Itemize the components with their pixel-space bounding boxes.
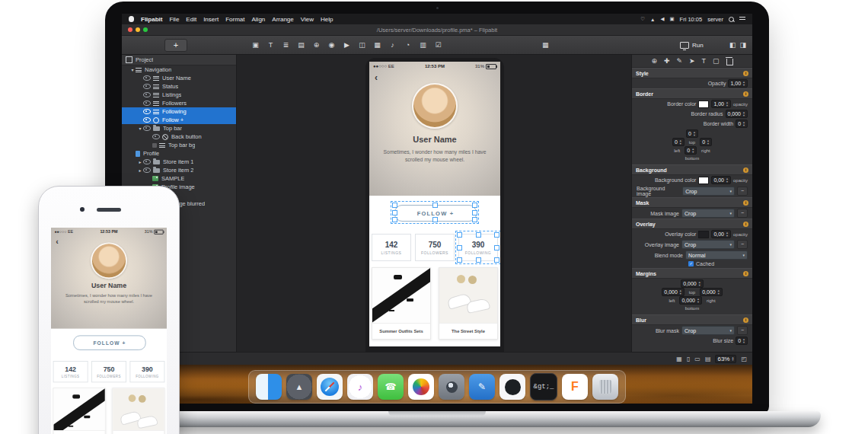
notification-center-icon[interactable] (739, 17, 745, 21)
menu-format[interactable]: Format (225, 16, 244, 23)
info-icon[interactable] (743, 318, 748, 323)
background-image-select[interactable]: Crop (682, 187, 735, 196)
edit-tool-icon[interactable]: ✎ (676, 57, 682, 65)
editor-icon[interactable]: ✎ (469, 374, 495, 400)
resize-handle[interactable] (476, 257, 481, 263)
resize-handle[interactable] (432, 217, 438, 222)
checkbox-widget-icon[interactable]: ☑ (434, 41, 442, 49)
border-radius-input[interactable]: 0,000 (726, 110, 748, 118)
grid-icon[interactable]: ▦ (542, 41, 549, 49)
layer-row[interactable]: Back button (122, 132, 236, 141)
layer-row[interactable]: Top bar bg (122, 141, 236, 149)
product-card[interactable]: The Street Style (439, 267, 498, 340)
safari-icon[interactable] (317, 374, 343, 400)
back-chevron-icon[interactable]: ‹ (56, 238, 59, 245)
layer-row-profile-page[interactable]: Profile (122, 149, 236, 158)
overlay-color-swatch[interactable] (698, 231, 709, 238)
stat-listings[interactable]: 142 LISTINGS (372, 234, 411, 261)
overlay-opacity-input[interactable]: 0,00 (711, 230, 731, 238)
layer-row-selected-following[interactable]: Following (122, 107, 236, 116)
expand-icon[interactable] (137, 159, 143, 164)
resize-handle[interactable] (476, 232, 481, 238)
music-icon[interactable]: ♪ (347, 374, 373, 400)
eye-icon[interactable] (143, 75, 151, 81)
resize-handle[interactable] (457, 257, 462, 263)
menu-insert[interactable]: Insert (203, 16, 219, 23)
collapse-icon[interactable] (129, 67, 136, 72)
product-card[interactable]: The Street Style (112, 388, 164, 434)
border-width-input[interactable]: 0 (736, 120, 748, 128)
eye-icon[interactable] (152, 134, 160, 139)
product-card[interactable]: Summer Outfits Sets (53, 388, 106, 434)
follow-button-widget[interactable]: FOLLOW + (394, 205, 475, 220)
bio-text[interactable]: Sometimes, I wonder how many miles I hav… (378, 148, 491, 163)
border-color-swatch[interactable] (698, 101, 709, 108)
stat-listings[interactable]: 142 LISTINGS (53, 361, 88, 382)
clear-overlay-image-button[interactable] (737, 240, 748, 249)
select-tool-icon[interactable]: ➤ (689, 57, 695, 65)
resize-handle[interactable] (392, 203, 397, 208)
trash-tool-icon[interactable] (726, 59, 733, 65)
avatar[interactable] (412, 83, 458, 129)
minimize-window-button[interactable] (136, 27, 140, 32)
layer-row-project[interactable]: Project (122, 55, 236, 65)
eye-icon[interactable] (143, 159, 151, 164)
blend-mode-select[interactable]: Normal (685, 251, 748, 260)
toggle-right-panel-icon[interactable]: ◨ (739, 41, 746, 49)
resize-handle[interactable] (457, 245, 462, 251)
follow-button-widget[interactable]: FOLLOW + (73, 335, 145, 349)
resize-handle[interactable] (472, 210, 477, 215)
margin-right-input[interactable]: 0,000 (700, 288, 723, 296)
opacity-input[interactable]: 1,00 (728, 79, 748, 88)
collapse-icon[interactable] (137, 126, 143, 131)
layer-row-group[interactable]: Store item 1 (122, 158, 236, 166)
menubar-user[interactable]: server (707, 16, 723, 23)
design-canvas[interactable]: ●●○○○ EE 12:53 PM 31% ‹ User Name Someti… (237, 55, 631, 352)
menubar-clock[interactable]: Fri 10:05 (680, 16, 703, 23)
phone-view-icon[interactable]: ▯ (687, 356, 690, 362)
close-window-button[interactable] (128, 27, 132, 32)
layer-row-group[interactable]: Top bar (122, 124, 236, 132)
eye-icon[interactable] (143, 126, 151, 131)
launchpad-icon[interactable]: ▲ (286, 374, 312, 400)
pages-icon[interactable]: ▤ (705, 356, 711, 362)
border-left-input[interactable]: 0 (672, 138, 685, 146)
back-chevron-icon[interactable]: ‹ (375, 74, 378, 81)
layer-row[interactable]: Listings (122, 91, 236, 99)
section-header-overlay[interactable]: Overlay (632, 219, 752, 229)
origin-tool-icon[interactable]: ⊕ (651, 57, 657, 65)
info-icon[interactable] (743, 222, 748, 227)
stat-followers[interactable]: 750 FOLLOWERS (91, 361, 126, 382)
eye-icon[interactable] (143, 117, 151, 123)
mask-image-select[interactable]: Crop (681, 209, 735, 218)
section-header-background[interactable]: Background (632, 164, 752, 175)
facetime-icon[interactable]: ☎ (378, 374, 404, 400)
finder-icon[interactable] (256, 374, 282, 400)
eye-icon[interactable] (143, 92, 151, 97)
grid-toggle-icon[interactable]: ▦ (676, 356, 682, 362)
tablet-view-icon[interactable]: ▭ (694, 356, 700, 362)
border-right-input[interactable]: 0 (700, 138, 712, 146)
follow-button[interactable]: FOLLOW + (73, 335, 145, 349)
document-widget-icon[interactable]: ▤ (297, 41, 305, 49)
slider-widget-icon[interactable]: ◫ (358, 41, 366, 49)
user-name-text[interactable]: User Name (369, 135, 500, 144)
apple-logo-icon[interactable] (129, 16, 134, 22)
photos-icon[interactable] (408, 374, 434, 400)
progress-widget-icon[interactable]: ◔ (404, 41, 412, 49)
pin-widget-icon[interactable]: ◉ (327, 41, 336, 49)
info-icon[interactable] (743, 71, 748, 76)
heart-status-icon[interactable]: ♡ (640, 16, 645, 22)
add-widget-button[interactable]: + (164, 39, 187, 52)
menu-align[interactable]: Align (252, 16, 266, 23)
resize-handle[interactable] (494, 245, 499, 251)
updates-status-icon[interactable]: ▲ (650, 17, 655, 22)
layer-row[interactable]: User Name (122, 74, 236, 82)
overlay-image-select[interactable]: Crop (681, 240, 735, 249)
background-opacity-input[interactable]: 0,00 (711, 176, 731, 184)
eye-icon[interactable] (143, 101, 151, 106)
map-widget-icon[interactable]: ⊕ (312, 41, 321, 49)
info-icon[interactable] (743, 91, 748, 97)
layer-row[interactable]: Status (122, 82, 236, 91)
resize-handle[interactable] (472, 217, 477, 222)
